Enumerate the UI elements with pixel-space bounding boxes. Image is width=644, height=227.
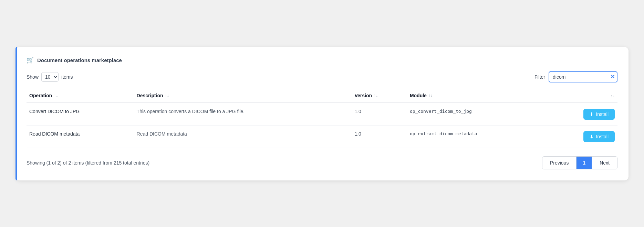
cell-action-1: ⬇ Install <box>547 103 617 126</box>
table-row: Read DICOM metadata Read DICOM metadata … <box>27 125 617 148</box>
cell-module-1: op_convert_dicom_to_jpg <box>407 103 547 126</box>
cell-version-2: 1.0 <box>352 125 407 148</box>
install-icon-2: ⬇ <box>590 134 594 139</box>
sort-icon-version[interactable]: ↑↓ <box>374 93 378 98</box>
show-label: Show <box>27 74 39 80</box>
install-icon-1: ⬇ <box>590 111 594 117</box>
cell-action-2: ⬇ Install <box>547 125 617 148</box>
pagination: Previous 1 Next <box>542 156 617 169</box>
cell-operation-2: Read DICOM metadata <box>27 125 134 148</box>
install-button-2[interactable]: ⬇ Install <box>583 131 615 142</box>
col-description: Description ↑↓ <box>134 89 352 103</box>
showing-text: Showing (1 of 2) of 2 items (filtered fr… <box>27 160 149 166</box>
cell-module-2: op_extract_dicom_metadata <box>407 125 547 148</box>
filter-controls: Filter ✕ <box>534 71 617 82</box>
filter-clear-button[interactable]: ✕ <box>610 74 615 80</box>
table-header-row: Operation ↑↓ Description ↑↓ Version ↑↓ <box>27 89 617 103</box>
sort-icon-action[interactable]: ↑↓ <box>611 93 615 98</box>
col-version: Version ↑↓ <box>352 89 407 103</box>
controls-row: Show 10 25 50 items Filter ✕ <box>27 71 617 82</box>
page-title: Document operations marketplace <box>37 57 122 63</box>
next-button[interactable]: Next <box>592 157 617 169</box>
filter-label: Filter <box>534 74 545 80</box>
page-number-1[interactable]: 1 <box>577 157 592 169</box>
filter-input[interactable] <box>549 71 617 82</box>
show-select[interactable]: 10 25 50 <box>41 72 59 82</box>
col-action: ↑↓ <box>547 89 617 103</box>
cell-description-1: This operation converts a DICOM file to … <box>134 103 352 126</box>
sort-icon-description[interactable]: ↑↓ <box>165 93 169 98</box>
table-row: Convert DICOM to JPG This operation conv… <box>27 103 617 126</box>
footer-row: Showing (1 of 2) of 2 items (filtered fr… <box>27 156 617 169</box>
show-controls: Show 10 25 50 items <box>27 72 73 82</box>
col-operation: Operation ↑↓ <box>27 89 134 103</box>
sort-icon-operation[interactable]: ↑↓ <box>54 93 58 98</box>
cell-description-2: Read DICOM metadata <box>134 125 352 148</box>
cell-version-1: 1.0 <box>352 103 407 126</box>
sort-icon-module[interactable]: ↑↓ <box>428 93 433 98</box>
cell-operation-1: Convert DICOM to JPG <box>27 103 134 126</box>
operations-table: Operation ↑↓ Description ↑↓ Version ↑↓ <box>27 89 617 148</box>
filter-input-wrapper: ✕ <box>549 71 617 82</box>
col-module: Module ↑↓ <box>407 89 547 103</box>
page-header: 🛒 Document operations marketplace <box>27 57 617 64</box>
marketplace-icon: 🛒 <box>27 57 34 64</box>
marketplace-card: 🛒 Document operations marketplace Show 1… <box>15 47 629 180</box>
previous-button[interactable]: Previous <box>542 157 577 169</box>
items-label: items <box>61 74 73 80</box>
install-button-1[interactable]: ⬇ Install <box>583 109 615 120</box>
